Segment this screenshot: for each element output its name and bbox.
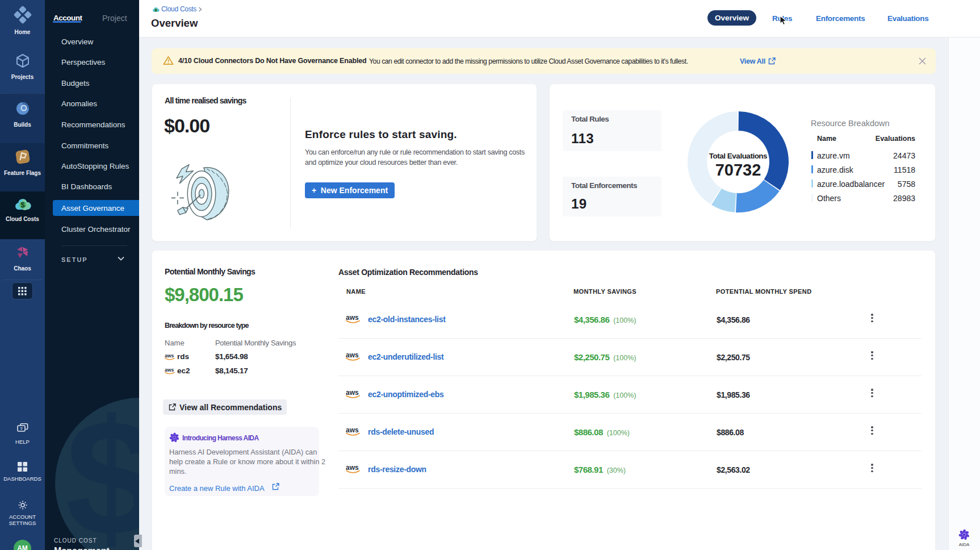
svg-text:aws: aws (165, 353, 174, 359)
svg-text:aws: aws (346, 314, 359, 322)
svg-text:aws: aws (346, 464, 359, 472)
svg-text:$: $ (155, 9, 157, 12)
svg-text:?: ? (20, 426, 23, 431)
svg-text:aws: aws (346, 426, 359, 434)
svg-text:aws: aws (346, 389, 359, 397)
svg-text:$: $ (20, 201, 25, 209)
svg-text:aws: aws (346, 351, 359, 359)
svg-text:aws: aws (165, 367, 174, 373)
